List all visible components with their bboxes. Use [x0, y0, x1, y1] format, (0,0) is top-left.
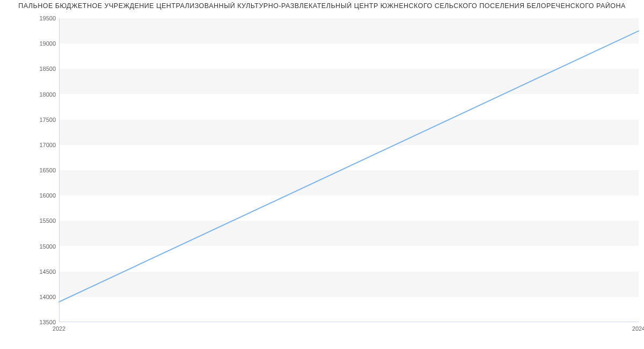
x-tick-label: 2022 — [53, 325, 65, 332]
y-tick-label: 16000 — [5, 192, 56, 199]
y-tick-label: 16500 — [5, 167, 56, 173]
y-tick-label: 17500 — [5, 117, 56, 123]
y-tick-label: 14000 — [5, 294, 56, 300]
y-tick-label: 14500 — [5, 268, 56, 275]
y-tick-label: 13500 — [5, 319, 56, 325]
y-tick-label: 15500 — [5, 217, 56, 224]
y-tick-label: 19000 — [5, 40, 56, 47]
y-tick-label: 17000 — [5, 142, 56, 148]
y-axis-line — [59, 18, 60, 322]
line-series — [59, 18, 639, 322]
x-axis-line — [59, 322, 639, 322]
y-tick-label: 18500 — [5, 66, 56, 72]
y-tick-label: 18000 — [5, 91, 56, 98]
plot-area — [59, 18, 639, 322]
x-tick-label: 2024 — [632, 325, 644, 332]
chart-title: ПАЛЬНОЕ БЮДЖЕТНОЕ УЧРЕЖДЕНИЕ ЦЕНТРАЛИЗОВ… — [0, 2, 644, 10]
chart-container: ПАЛЬНОЕ БЮДЖЕТНОЕ УЧРЕЖДЕНИЕ ЦЕНТРАЛИЗОВ… — [0, 0, 644, 349]
y-tick-label: 15000 — [5, 243, 56, 250]
y-tick-label: 19500 — [5, 15, 56, 21]
